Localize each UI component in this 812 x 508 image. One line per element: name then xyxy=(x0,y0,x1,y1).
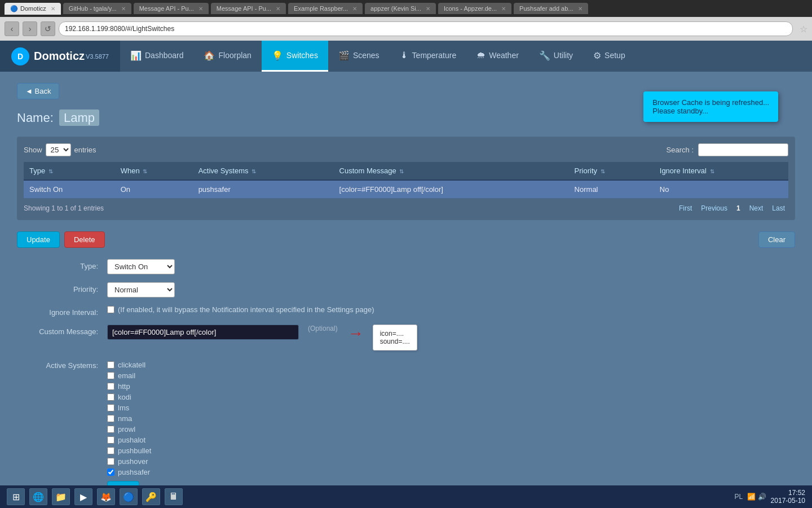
checkbox-lms-input[interactable] xyxy=(107,404,114,411)
checkbox-prowl-input[interactable] xyxy=(107,426,114,433)
taskbar-calc-icon[interactable]: 🖩 xyxy=(165,488,183,505)
custom-message-input[interactable] xyxy=(107,325,299,340)
browser-tab-5[interactable]: Example Raspber... ✕ xyxy=(288,3,363,14)
checkbox-nma-input[interactable] xyxy=(107,415,114,422)
tab-close-4-icon[interactable]: ✕ xyxy=(276,6,280,12)
temperature-icon: 🌡 xyxy=(400,50,409,60)
col-priority-sort-icon[interactable]: ⇅ xyxy=(601,168,605,174)
cell-type: Switch On xyxy=(24,180,115,199)
taskbar-firefox-icon[interactable]: 🦊 xyxy=(97,488,115,505)
delete-button[interactable]: Delete xyxy=(64,231,105,248)
page-current[interactable]: 1 xyxy=(733,203,744,213)
checkbox-pushover-input[interactable] xyxy=(107,458,114,465)
browser-tab-4[interactable]: Message API - Pu... ✕ xyxy=(211,3,286,14)
tab-close-6-icon[interactable]: ✕ xyxy=(426,6,430,12)
browser-toolbar: ‹ › ↺ 192.168.1.199:8080/#/LightSwitches… xyxy=(0,17,812,41)
forward-nav-button[interactable]: › xyxy=(23,21,37,36)
checkbox-email-input[interactable] xyxy=(107,372,114,379)
page-next[interactable]: Next xyxy=(746,203,767,213)
nav-item-temperature[interactable]: 🌡 Temperature xyxy=(390,41,467,72)
start-button[interactable]: ⊞ xyxy=(7,488,25,505)
col-ignore-interval-sort-icon[interactable]: ⇅ xyxy=(710,168,714,174)
tab-close-7-icon[interactable]: ✕ xyxy=(501,6,506,12)
col-active-systems-sort-icon[interactable]: ⇅ xyxy=(251,168,256,174)
tab-close-2-icon[interactable]: ✕ xyxy=(121,6,126,12)
action-buttons: Update Delete Clear xyxy=(17,231,795,248)
nav-item-dashboard[interactable]: 📊 Dashboard xyxy=(120,41,194,72)
reload-nav-button[interactable]: ↺ xyxy=(41,21,55,36)
bookmark-star-icon[interactable]: ☆ xyxy=(800,24,807,34)
taskbar-clock: 17:52 xyxy=(771,489,805,497)
nav-item-switches[interactable]: 💡 Switches xyxy=(262,41,328,72)
col-custom-message-label: Custom Message xyxy=(339,167,396,175)
ignore-interval-checkbox[interactable] xyxy=(107,306,114,313)
address-bar[interactable]: 192.168.1.199:8080/#/LightSwitches xyxy=(59,21,793,36)
form-row-type: Type: Switch On Switch Off On Off xyxy=(17,259,795,274)
priority-control: Normal Low High Emergency xyxy=(107,282,175,297)
entries-select[interactable]: 25 10 50 xyxy=(46,143,71,156)
browser-tab-active[interactable]: 🔵 Domoticz ✕ xyxy=(5,3,61,15)
browser-tab-3[interactable]: Message API - Pu... ✕ xyxy=(134,3,209,14)
back-button[interactable]: ◄ Back xyxy=(17,83,59,99)
checkbox-http-input[interactable] xyxy=(107,383,114,390)
nav-weather-label: Weather xyxy=(489,51,519,60)
form-row-custom-message: Custom Message: (Optional) → icon=.... s… xyxy=(17,325,795,351)
col-when-sort-icon[interactable]: ⇅ xyxy=(143,168,147,174)
page-last[interactable]: Last xyxy=(769,203,788,213)
system-lms-label: lms xyxy=(118,404,129,412)
nav-item-scenes[interactable]: 🎬 Scenes xyxy=(328,41,390,72)
address-text: 192.168.1.199:8080/#/LightSwitches xyxy=(65,25,174,33)
tab-close-icon[interactable]: ✕ xyxy=(51,6,55,12)
browser-tab-8[interactable]: Pushsafer add ab... ✕ xyxy=(514,3,588,14)
page-previous[interactable]: Previous xyxy=(698,203,731,213)
checkbox-pushalot-input[interactable] xyxy=(107,436,114,444)
clear-button[interactable]: Clear xyxy=(758,231,795,248)
col-custom-message: Custom Message ⇅ xyxy=(334,162,569,180)
col-priority: Priority ⇅ xyxy=(569,162,654,180)
type-select[interactable]: Switch On Switch Off On Off xyxy=(107,259,175,274)
taskbar-browser-icon[interactable]: 🌐 xyxy=(29,488,47,505)
back-nav-button[interactable]: ‹ xyxy=(5,21,19,36)
page-first[interactable]: First xyxy=(676,203,695,213)
update-button[interactable]: Update xyxy=(17,231,60,248)
notification-line1: Browser Cache is being refreshed... xyxy=(652,98,769,107)
taskbar-icons: 📶 🔊 xyxy=(747,493,766,501)
system-prowl-label: prowl xyxy=(118,425,135,433)
checkbox-clickatell-input[interactable] xyxy=(107,361,114,369)
checkbox-pushsafer-input[interactable] xyxy=(107,468,114,476)
tab-8-label: Pushsafer add ab... xyxy=(519,5,573,12)
search-input[interactable] xyxy=(698,143,788,156)
nav-switches-label: Switches xyxy=(286,51,318,60)
priority-select[interactable]: Normal Low High Emergency xyxy=(107,282,175,297)
tab-close-8-icon[interactable]: ✕ xyxy=(578,6,582,12)
taskbar-explorer-icon[interactable]: 📁 xyxy=(52,488,70,505)
tab-4-label: Message API - Pu... xyxy=(217,5,271,12)
table-section: Show 25 10 50 entries Search : xyxy=(17,137,795,220)
priority-label: Priority: xyxy=(17,282,107,294)
taskbar-veracrypt-icon[interactable]: 🔑 xyxy=(142,488,160,505)
active-systems-control: clickatell email http kodi xyxy=(107,358,151,496)
browser-tab-2[interactable]: GitHub - tgala/y... ✕ xyxy=(63,3,131,14)
col-type-sort-icon[interactable]: ⇅ xyxy=(48,168,53,174)
form-row-priority: Priority: Normal Low High Emergency xyxy=(17,282,795,297)
taskbar-chrome-icon[interactable]: 🔵 xyxy=(120,488,138,505)
pagination: First Previous 1 Next Last xyxy=(676,203,788,213)
browser-tab-6[interactable]: appzer (Kevin Si... ✕ xyxy=(365,3,436,14)
checkbox-pushbullet-input[interactable] xyxy=(107,447,114,454)
nav-item-utility[interactable]: 🔧 Utility xyxy=(529,41,583,72)
table-row[interactable]: Switch On On pushsafer [color=#FF0000]La… xyxy=(24,180,788,199)
tab-close-5-icon[interactable]: ✕ xyxy=(352,6,357,12)
nav-item-floorplan[interactable]: 🏠 Floorplan xyxy=(193,41,261,72)
col-when: When ⇅ xyxy=(115,162,193,180)
col-custom-message-sort-icon[interactable]: ⇅ xyxy=(399,168,404,174)
taskbar-date: 2017-05-10 xyxy=(771,497,805,505)
taskbar-media-icon[interactable]: ▶ xyxy=(74,488,92,505)
taskbar-left: ⊞ 🌐 📁 ▶ 🦊 🔵 🔑 🖩 xyxy=(7,488,183,505)
nav-item-weather[interactable]: 🌧 Weather xyxy=(466,41,529,72)
tooltip-line2: sound=.... xyxy=(380,338,410,345)
checkbox-kodi-input[interactable] xyxy=(107,393,114,401)
nav-item-setup[interactable]: ⚙ Setup xyxy=(583,41,636,72)
browser-tab-7[interactable]: Icons - Appzer.de... ✕ xyxy=(438,3,511,14)
col-type: Type ⇅ xyxy=(24,162,115,180)
tab-close-3-icon[interactable]: ✕ xyxy=(198,6,203,12)
